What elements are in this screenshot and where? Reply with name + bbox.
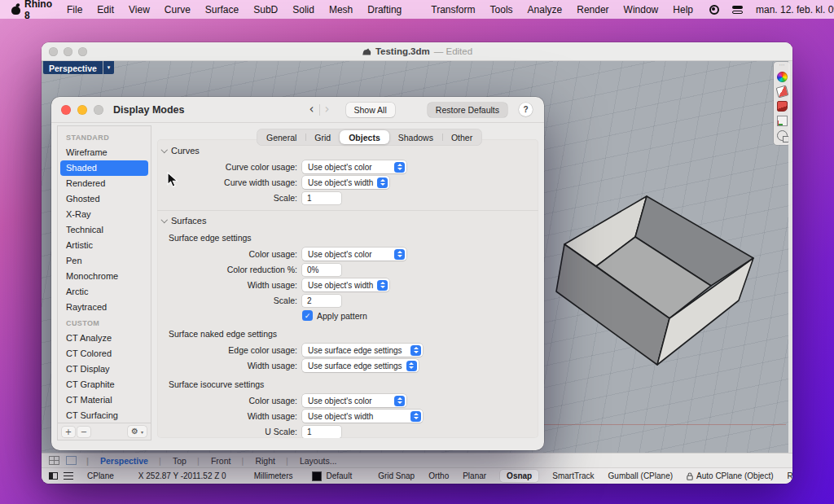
menu-item[interactable]: Analyze bbox=[528, 4, 563, 15]
menu-item[interactable]: SubD bbox=[253, 4, 278, 15]
sidebar-item[interactable]: Monochrome bbox=[60, 269, 148, 284]
active-layer-label[interactable]: Default bbox=[326, 471, 352, 480]
sidebar-item[interactable]: Technical bbox=[60, 222, 148, 238]
cplane-label[interactable]: CPlane bbox=[87, 471, 114, 480]
sidebar-item[interactable]: X-Ray bbox=[60, 207, 148, 222]
curves-section-header[interactable]: Curves bbox=[160, 146, 538, 156]
sidebar-item[interactable]: Shaded bbox=[60, 160, 148, 176]
app-menu[interactable]: Rhino 8 bbox=[24, 0, 52, 21]
sidebar-item[interactable]: Arctic bbox=[60, 284, 148, 300]
toolbar-handle-icon[interactable]: ⋯ bbox=[779, 63, 785, 68]
surfaces-section-header[interactable]: Surfaces bbox=[160, 216, 538, 226]
status-toggle[interactable]: Record History bbox=[788, 471, 792, 480]
status-toggle[interactable]: Ortho bbox=[428, 471, 449, 480]
show-all-button[interactable]: Show All bbox=[346, 103, 395, 117]
text-field[interactable]: 2 bbox=[302, 295, 341, 307]
popup-button[interactable]: Use object's color bbox=[302, 160, 406, 173]
menu-bar-clock[interactable]: man. 12. feb. kl. 09:17 bbox=[756, 4, 834, 15]
status-toggle[interactable]: SmartTrack bbox=[552, 471, 594, 480]
cplane-icon[interactable] bbox=[777, 116, 788, 126]
viewport-title[interactable]: Perspective bbox=[43, 61, 103, 74]
menu-item[interactable]: Window bbox=[624, 4, 659, 15]
status-toggle[interactable]: Osnap bbox=[500, 470, 538, 482]
help-button[interactable]: ? bbox=[519, 103, 533, 116]
back-icon[interactable]: ‹ bbox=[305, 103, 319, 116]
sidebar-item[interactable]: CT Colored bbox=[60, 346, 148, 362]
popup-button[interactable]: Use object's width bbox=[302, 176, 389, 189]
single-pane-layout-icon[interactable] bbox=[66, 456, 77, 465]
display-switch-icon[interactable] bbox=[732, 6, 743, 14]
add-mode-button[interactable]: + bbox=[62, 427, 75, 437]
tab[interactable]: Other bbox=[442, 130, 481, 144]
list-icon[interactable] bbox=[64, 472, 73, 480]
record-icon[interactable] bbox=[709, 5, 719, 15]
eraser-icon[interactable] bbox=[775, 85, 788, 99]
sidebar-item[interactable]: Wireframe bbox=[60, 145, 148, 160]
text-field[interactable]: 1 bbox=[302, 426, 341, 438]
sidebar-item[interactable]: Ghosted bbox=[60, 191, 148, 207]
row-label: Width usage: bbox=[157, 411, 297, 421]
viewport-scrollbar[interactable] bbox=[788, 61, 792, 453]
sidebar-item[interactable]: CT Surfacing bbox=[60, 408, 148, 423]
menu-item[interactable]: Render bbox=[577, 4, 608, 15]
menu-item[interactable]: Drafting bbox=[367, 4, 402, 15]
settings-row: Width usage: Use object's width bbox=[157, 278, 538, 291]
popup-button[interactable]: Use surface edge settings bbox=[302, 344, 423, 357]
tab[interactable]: Shadows bbox=[389, 130, 442, 144]
sidebar-item[interactable]: CT Analyze bbox=[60, 331, 148, 346]
status-toggle[interactable]: Gumball (CPlane) bbox=[608, 471, 673, 480]
four-pane-layout-icon[interactable] bbox=[49, 456, 59, 465]
menu-item[interactable]: Help bbox=[673, 4, 693, 15]
tab[interactable]: Objects bbox=[340, 130, 389, 144]
popup-button[interactable]: Use object's color bbox=[302, 248, 406, 261]
viewport-tab[interactable]: Right bbox=[243, 456, 288, 466]
tab[interactable]: Grid bbox=[305, 130, 340, 144]
viewport-tab[interactable]: Front bbox=[199, 456, 244, 466]
viewport-tab[interactable]: Layouts... bbox=[288, 456, 349, 466]
gear-menu-button[interactable]: ⚙ ▾ bbox=[128, 426, 147, 437]
remove-mode-button[interactable]: − bbox=[77, 427, 90, 437]
checkbox[interactable] bbox=[302, 310, 313, 321]
sidebar-item[interactable]: Pen bbox=[60, 253, 148, 269]
color-wheel-icon[interactable] bbox=[777, 72, 788, 82]
sidebar-item[interactable]: CT Material bbox=[60, 392, 148, 408]
viewport-tab[interactable]: Top bbox=[160, 456, 199, 466]
close-button[interactable] bbox=[61, 105, 71, 115]
menu-item[interactable]: Transform bbox=[431, 4, 475, 15]
sidebar-item[interactable]: Rendered bbox=[60, 176, 148, 191]
text-field[interactable]: 0% bbox=[302, 264, 341, 276]
viewport-menu-chevron-icon[interactable]: ▾ bbox=[103, 61, 114, 74]
popup-button[interactable]: Use object's width bbox=[302, 410, 423, 423]
popup-button[interactable]: Use surface edge settings bbox=[302, 359, 419, 372]
forward-icon[interactable]: › bbox=[320, 103, 335, 116]
window-title-bar[interactable]: Testing.3dm — Edited bbox=[42, 42, 792, 61]
menu-item[interactable]: Tools bbox=[490, 4, 513, 15]
status-toggle[interactable]: Grid Snap bbox=[378, 471, 415, 480]
sidebar-item[interactable]: Raytraced bbox=[60, 300, 148, 315]
dialog-title-bar[interactable]: Display Modes ‹ › Show All Restore Defau… bbox=[51, 97, 544, 123]
minimize-button[interactable] bbox=[77, 105, 87, 115]
restore-defaults-button[interactable]: Restore Defaults bbox=[428, 103, 507, 117]
menu-item[interactable]: Edit bbox=[97, 4, 114, 15]
sidebar-item[interactable]: CT Display bbox=[60, 362, 148, 377]
pane-toggle-icon[interactable] bbox=[49, 472, 58, 480]
menu-item[interactable]: Solid bbox=[292, 4, 314, 15]
shapes-icon[interactable] bbox=[777, 130, 788, 141]
status-toggle[interactable]: Planar bbox=[463, 471, 486, 480]
sidebar-item[interactable]: CT Graphite bbox=[60, 377, 148, 392]
clipping-plane-icon[interactable] bbox=[777, 101, 788, 112]
menu-item[interactable]: Curve bbox=[165, 4, 191, 15]
viewport-tab[interactable]: Perspective bbox=[88, 456, 160, 466]
status-toggle[interactable]: Auto CPlane (Object) bbox=[687, 471, 774, 480]
text-field[interactable]: 1 bbox=[302, 192, 341, 204]
units-label[interactable]: Millimeters bbox=[254, 471, 293, 480]
popup-button[interactable]: Use object's color bbox=[302, 394, 406, 407]
menu-item[interactable]: Mesh bbox=[329, 4, 353, 15]
menu-item[interactable]: Surface bbox=[205, 4, 239, 15]
layer-color-swatch[interactable] bbox=[312, 471, 322, 481]
menu-item[interactable]: View bbox=[129, 4, 150, 15]
menu-item[interactable]: File bbox=[67, 4, 82, 15]
popup-button[interactable]: Use object's width bbox=[302, 278, 389, 291]
sidebar-item[interactable]: Artistic bbox=[60, 238, 148, 253]
tab[interactable]: General bbox=[257, 130, 305, 144]
